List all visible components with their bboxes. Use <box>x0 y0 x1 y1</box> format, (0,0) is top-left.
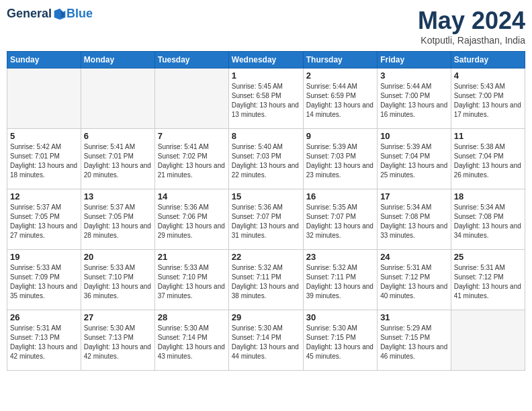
calendar-cell <box>154 68 228 129</box>
day-number: 8 <box>232 131 300 141</box>
day-info: Sunrise: 5:45 AMSunset: 6:58 PMDaylight:… <box>232 82 300 120</box>
calendar-table: SundayMondayTuesdayWednesdayThursdayFrid… <box>7 51 525 371</box>
day-info: Sunrise: 5:30 AMSunset: 7:15 PMDaylight:… <box>306 324 374 361</box>
calendar-cell: 29Sunrise: 5:30 AMSunset: 7:14 PMDayligh… <box>228 310 303 371</box>
day-number: 19 <box>10 252 78 262</box>
page-header: General Blue May 2024 Kotputli, Rajastha… <box>7 7 525 46</box>
day-info: Sunrise: 5:33 AMSunset: 7:09 PMDaylight:… <box>10 263 78 301</box>
day-info: Sunrise: 5:30 AMSunset: 7:14 PMDaylight:… <box>232 324 300 361</box>
calendar-week-row: 1Sunrise: 5:45 AMSunset: 6:58 PMDaylight… <box>7 68 525 129</box>
day-info: Sunrise: 5:41 AMSunset: 7:02 PMDaylight:… <box>158 142 226 180</box>
logo-general-text: General <box>7 7 52 21</box>
calendar-week-row: 12Sunrise: 5:37 AMSunset: 7:05 PMDayligh… <box>7 189 525 250</box>
day-number: 25 <box>454 252 522 262</box>
calendar-cell: 20Sunrise: 5:33 AMSunset: 7:10 PMDayligh… <box>81 250 154 310</box>
day-number: 18 <box>454 191 522 201</box>
calendar-cell: 31Sunrise: 5:29 AMSunset: 7:15 PMDayligh… <box>378 310 451 371</box>
calendar-header-row: SundayMondayTuesdayWednesdayThursdayFrid… <box>7 52 525 68</box>
day-info: Sunrise: 5:31 AMSunset: 7:13 PMDaylight:… <box>10 324 78 361</box>
calendar-cell <box>81 68 154 129</box>
day-number: 9 <box>306 131 374 141</box>
day-number: 24 <box>380 252 448 262</box>
month-title: May 2024 <box>418 7 525 35</box>
day-number: 14 <box>158 191 226 201</box>
calendar-cell: 28Sunrise: 5:30 AMSunset: 7:14 PMDayligh… <box>154 310 228 371</box>
day-info: Sunrise: 5:38 AMSunset: 7:04 PMDaylight:… <box>454 142 522 180</box>
calendar-cell <box>7 68 81 129</box>
weekday-header: Friday <box>378 52 451 68</box>
day-info: Sunrise: 5:39 AMSunset: 7:04 PMDaylight:… <box>380 142 448 180</box>
day-number: 31 <box>380 312 448 322</box>
calendar-cell: 14Sunrise: 5:36 AMSunset: 7:06 PMDayligh… <box>154 189 228 250</box>
day-number: 28 <box>158 312 226 322</box>
day-number: 3 <box>380 71 448 81</box>
day-number: 20 <box>84 252 152 262</box>
calendar-cell: 1Sunrise: 5:45 AMSunset: 6:58 PMDaylight… <box>228 68 303 129</box>
calendar-cell: 2Sunrise: 5:44 AMSunset: 6:59 PMDaylight… <box>303 68 377 129</box>
day-number: 7 <box>158 131 226 141</box>
day-number: 26 <box>10 312 78 322</box>
day-number: 10 <box>380 131 448 141</box>
weekday-header: Monday <box>81 52 154 68</box>
day-info: Sunrise: 5:39 AMSunset: 7:03 PMDaylight:… <box>306 142 374 180</box>
weekday-header: Wednesday <box>228 52 303 68</box>
day-number: 13 <box>84 191 152 201</box>
calendar-cell: 22Sunrise: 5:32 AMSunset: 7:11 PMDayligh… <box>228 250 303 310</box>
day-number: 27 <box>84 312 152 322</box>
day-number: 1 <box>232 71 300 81</box>
logo: General Blue <box>7 7 93 21</box>
day-info: Sunrise: 5:37 AMSunset: 7:05 PMDaylight:… <box>84 203 152 240</box>
calendar-week-row: 26Sunrise: 5:31 AMSunset: 7:13 PMDayligh… <box>7 310 525 371</box>
day-number: 15 <box>232 191 300 201</box>
calendar-cell: 21Sunrise: 5:33 AMSunset: 7:10 PMDayligh… <box>154 250 228 310</box>
day-info: Sunrise: 5:36 AMSunset: 7:07 PMDaylight:… <box>232 203 300 240</box>
day-info: Sunrise: 5:33 AMSunset: 7:10 PMDaylight:… <box>84 263 152 301</box>
day-info: Sunrise: 5:30 AMSunset: 7:14 PMDaylight:… <box>158 324 226 361</box>
day-info: Sunrise: 5:32 AMSunset: 7:11 PMDaylight:… <box>306 263 374 301</box>
day-number: 29 <box>232 312 300 322</box>
calendar-cell: 7Sunrise: 5:41 AMSunset: 7:02 PMDaylight… <box>154 129 228 189</box>
weekday-header: Tuesday <box>154 52 228 68</box>
calendar-cell: 23Sunrise: 5:32 AMSunset: 7:11 PMDayligh… <box>303 250 377 310</box>
day-info: Sunrise: 5:37 AMSunset: 7:05 PMDaylight:… <box>10 203 78 240</box>
calendar-week-row: 5Sunrise: 5:42 AMSunset: 7:01 PMDaylight… <box>7 129 525 189</box>
calendar-cell: 6Sunrise: 5:41 AMSunset: 7:01 PMDaylight… <box>81 129 154 189</box>
calendar-cell: 18Sunrise: 5:34 AMSunset: 7:08 PMDayligh… <box>451 189 525 250</box>
calendar-cell: 11Sunrise: 5:38 AMSunset: 7:04 PMDayligh… <box>451 129 525 189</box>
weekday-header: Sunday <box>7 52 81 68</box>
day-info: Sunrise: 5:44 AMSunset: 7:00 PMDaylight:… <box>380 82 448 120</box>
day-info: Sunrise: 5:30 AMSunset: 7:13 PMDaylight:… <box>84 324 152 361</box>
day-info: Sunrise: 5:32 AMSunset: 7:11 PMDaylight:… <box>232 263 300 301</box>
calendar-cell: 26Sunrise: 5:31 AMSunset: 7:13 PMDayligh… <box>7 310 81 371</box>
calendar-cell: 19Sunrise: 5:33 AMSunset: 7:09 PMDayligh… <box>7 250 81 310</box>
calendar-cell: 9Sunrise: 5:39 AMSunset: 7:03 PMDaylight… <box>303 129 377 189</box>
day-number: 4 <box>454 71 522 81</box>
calendar-body: 1Sunrise: 5:45 AMSunset: 6:58 PMDaylight… <box>7 68 525 371</box>
calendar-cell: 4Sunrise: 5:43 AMSunset: 7:00 PMDaylight… <box>451 68 525 129</box>
calendar-cell <box>451 310 525 371</box>
logo-blue-text: Blue <box>66 7 93 21</box>
day-number: 23 <box>306 252 374 262</box>
calendar-cell: 25Sunrise: 5:31 AMSunset: 7:12 PMDayligh… <box>451 250 525 310</box>
day-number: 22 <box>232 252 300 262</box>
day-info: Sunrise: 5:36 AMSunset: 7:06 PMDaylight:… <box>158 203 226 240</box>
calendar-week-row: 19Sunrise: 5:33 AMSunset: 7:09 PMDayligh… <box>7 250 525 310</box>
day-info: Sunrise: 5:44 AMSunset: 6:59 PMDaylight:… <box>306 82 374 120</box>
day-number: 5 <box>10 131 78 141</box>
calendar-cell: 12Sunrise: 5:37 AMSunset: 7:05 PMDayligh… <box>7 189 81 250</box>
calendar-cell: 27Sunrise: 5:30 AMSunset: 7:13 PMDayligh… <box>81 310 154 371</box>
day-info: Sunrise: 5:42 AMSunset: 7:01 PMDaylight:… <box>10 142 78 180</box>
calendar-cell: 16Sunrise: 5:35 AMSunset: 7:07 PMDayligh… <box>303 189 377 250</box>
day-number: 2 <box>306 71 374 81</box>
calendar-cell: 3Sunrise: 5:44 AMSunset: 7:00 PMDaylight… <box>378 68 451 129</box>
calendar-cell: 17Sunrise: 5:34 AMSunset: 7:08 PMDayligh… <box>378 189 451 250</box>
day-number: 12 <box>10 191 78 201</box>
calendar-cell: 15Sunrise: 5:36 AMSunset: 7:07 PMDayligh… <box>228 189 303 250</box>
day-info: Sunrise: 5:31 AMSunset: 7:12 PMDaylight:… <box>454 263 522 301</box>
day-number: 6 <box>84 131 152 141</box>
day-info: Sunrise: 5:33 AMSunset: 7:10 PMDaylight:… <box>158 263 226 301</box>
title-block: May 2024 Kotputli, Rajasthan, India <box>418 7 525 46</box>
day-number: 17 <box>380 191 448 201</box>
day-number: 16 <box>306 191 374 201</box>
calendar-cell: 24Sunrise: 5:31 AMSunset: 7:12 PMDayligh… <box>378 250 451 310</box>
